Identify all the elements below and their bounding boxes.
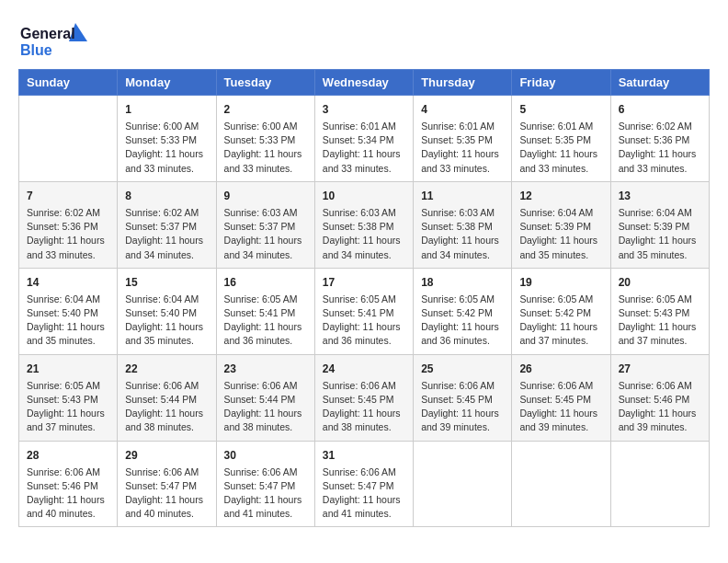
- day-cell: 24Sunrise: 6:06 AMSunset: 5:45 PMDayligh…: [314, 354, 413, 441]
- day-cell: [19, 96, 118, 182]
- day-info: Sunrise: 6:01 AMSunset: 5:35 PMDaylight:…: [421, 120, 504, 176]
- day-cell: 14Sunrise: 6:04 AMSunset: 5:40 PMDayligh…: [19, 268, 118, 354]
- day-cell: 21Sunrise: 6:05 AMSunset: 5:43 PMDayligh…: [19, 354, 118, 441]
- day-info: Sunrise: 6:06 AMSunset: 5:46 PMDaylight:…: [27, 465, 109, 522]
- svg-text:Blue: Blue: [20, 42, 52, 58]
- col-header-tuesday: Tuesday: [216, 70, 314, 96]
- day-info: Sunrise: 6:04 AMSunset: 5:39 PMDaylight:…: [619, 206, 701, 262]
- day-number: 18: [421, 274, 504, 291]
- day-cell: 20Sunrise: 6:05 AMSunset: 5:43 PMDayligh…: [610, 268, 709, 354]
- day-number: 5: [519, 101, 602, 118]
- day-cell: 11Sunrise: 6:03 AMSunset: 5:38 PMDayligh…: [414, 181, 512, 268]
- day-number: 20: [619, 274, 701, 291]
- logo: GeneralBlue: [18, 18, 92, 60]
- day-info: Sunrise: 6:00 AMSunset: 5:33 PMDaylight:…: [224, 120, 307, 176]
- day-info: Sunrise: 6:06 AMSunset: 5:46 PMDaylight:…: [619, 379, 701, 435]
- day-info: Sunrise: 6:05 AMSunset: 5:41 PMDaylight:…: [323, 293, 405, 349]
- day-number: 10: [323, 188, 405, 204]
- day-info: Sunrise: 6:03 AMSunset: 5:37 PMDaylight:…: [224, 206, 307, 262]
- day-number: 31: [323, 447, 405, 464]
- day-info: Sunrise: 6:05 AMSunset: 5:41 PMDaylight:…: [224, 293, 307, 349]
- day-cell: 2Sunrise: 6:00 AMSunset: 5:33 PMDaylight…: [216, 96, 314, 182]
- day-cell: 5Sunrise: 6:01 AMSunset: 5:35 PMDaylight…: [512, 96, 610, 182]
- day-cell: 15Sunrise: 6:04 AMSunset: 5:40 PMDayligh…: [118, 268, 216, 354]
- day-number: 25: [421, 361, 504, 377]
- day-number: 23: [224, 361, 307, 377]
- day-number: 7: [27, 188, 109, 204]
- col-header-thursday: Thursday: [414, 70, 512, 96]
- day-cell: 8Sunrise: 6:02 AMSunset: 5:37 PMDaylight…: [118, 181, 216, 268]
- day-number: 12: [519, 188, 602, 204]
- day-number: 8: [125, 188, 208, 204]
- day-cell: 25Sunrise: 6:06 AMSunset: 5:45 PMDayligh…: [414, 354, 512, 441]
- day-cell: 31Sunrise: 6:06 AMSunset: 5:47 PMDayligh…: [314, 441, 413, 527]
- day-cell: 18Sunrise: 6:05 AMSunset: 5:42 PMDayligh…: [414, 268, 512, 354]
- day-info: Sunrise: 6:02 AMSunset: 5:36 PMDaylight:…: [27, 206, 109, 262]
- day-number: 6: [619, 101, 701, 118]
- day-info: Sunrise: 6:05 AMSunset: 5:43 PMDaylight:…: [619, 293, 701, 349]
- week-row-1: 1Sunrise: 6:00 AMSunset: 5:33 PMDaylight…: [19, 96, 710, 182]
- day-number: 11: [421, 188, 504, 204]
- day-info: Sunrise: 6:01 AMSunset: 5:35 PMDaylight:…: [519, 120, 602, 176]
- col-header-saturday: Saturday: [610, 70, 709, 96]
- week-row-4: 21Sunrise: 6:05 AMSunset: 5:43 PMDayligh…: [19, 354, 710, 441]
- day-info: Sunrise: 6:06 AMSunset: 5:44 PMDaylight:…: [224, 379, 307, 435]
- header-row: SundayMondayTuesdayWednesdayThursdayFrid…: [19, 70, 710, 96]
- col-header-friday: Friday: [512, 70, 610, 96]
- calendar-table: SundayMondayTuesdayWednesdayThursdayFrid…: [18, 69, 710, 527]
- day-cell: 30Sunrise: 6:06 AMSunset: 5:47 PMDayligh…: [216, 441, 314, 527]
- day-number: 21: [27, 361, 109, 377]
- day-cell: 9Sunrise: 6:03 AMSunset: 5:37 PMDaylight…: [216, 181, 314, 268]
- day-info: Sunrise: 6:05 AMSunset: 5:42 PMDaylight:…: [519, 293, 602, 349]
- day-info: Sunrise: 6:06 AMSunset: 5:45 PMDaylight:…: [421, 379, 504, 435]
- day-info: Sunrise: 6:06 AMSunset: 5:44 PMDaylight:…: [125, 379, 208, 435]
- day-cell: 10Sunrise: 6:03 AMSunset: 5:38 PMDayligh…: [314, 181, 413, 268]
- day-number: 4: [421, 101, 504, 118]
- day-info: Sunrise: 6:04 AMSunset: 5:40 PMDaylight:…: [125, 293, 208, 349]
- col-header-wednesday: Wednesday: [314, 70, 413, 96]
- day-cell: 28Sunrise: 6:06 AMSunset: 5:46 PMDayligh…: [19, 441, 118, 527]
- day-number: 15: [125, 274, 208, 291]
- day-number: 3: [323, 101, 405, 118]
- svg-text:General: General: [20, 26, 75, 41]
- day-number: 17: [323, 274, 405, 291]
- day-cell: 7Sunrise: 6:02 AMSunset: 5:36 PMDaylight…: [19, 181, 118, 268]
- day-info: Sunrise: 6:02 AMSunset: 5:36 PMDaylight:…: [619, 120, 701, 176]
- day-cell: [610, 441, 709, 527]
- day-info: Sunrise: 6:06 AMSunset: 5:47 PMDaylight:…: [323, 465, 405, 522]
- day-cell: [512, 441, 610, 527]
- general-blue-logo: GeneralBlue: [18, 18, 92, 60]
- week-row-5: 28Sunrise: 6:06 AMSunset: 5:46 PMDayligh…: [19, 441, 710, 527]
- day-info: Sunrise: 6:00 AMSunset: 5:33 PMDaylight:…: [125, 120, 208, 176]
- week-row-2: 7Sunrise: 6:02 AMSunset: 5:36 PMDaylight…: [19, 181, 710, 268]
- day-info: Sunrise: 6:02 AMSunset: 5:37 PMDaylight:…: [125, 206, 208, 262]
- day-cell: 29Sunrise: 6:06 AMSunset: 5:47 PMDayligh…: [118, 441, 216, 527]
- day-number: 30: [224, 447, 307, 464]
- day-cell: 16Sunrise: 6:05 AMSunset: 5:41 PMDayligh…: [216, 268, 314, 354]
- col-header-sunday: Sunday: [19, 70, 118, 96]
- day-number: 1: [125, 101, 208, 118]
- day-number: 16: [224, 274, 307, 291]
- day-number: 14: [27, 274, 109, 291]
- day-cell: 23Sunrise: 6:06 AMSunset: 5:44 PMDayligh…: [216, 354, 314, 441]
- day-cell: 13Sunrise: 6:04 AMSunset: 5:39 PMDayligh…: [610, 181, 709, 268]
- day-cell: 22Sunrise: 6:06 AMSunset: 5:44 PMDayligh…: [118, 354, 216, 441]
- day-info: Sunrise: 6:06 AMSunset: 5:45 PMDaylight:…: [519, 379, 602, 435]
- day-info: Sunrise: 6:01 AMSunset: 5:34 PMDaylight:…: [323, 120, 405, 176]
- day-info: Sunrise: 6:03 AMSunset: 5:38 PMDaylight:…: [421, 206, 504, 262]
- day-cell: [414, 441, 512, 527]
- day-cell: 4Sunrise: 6:01 AMSunset: 5:35 PMDaylight…: [414, 96, 512, 182]
- page-header: GeneralBlue: [18, 18, 710, 60]
- day-info: Sunrise: 6:04 AMSunset: 5:39 PMDaylight:…: [519, 206, 602, 262]
- day-number: 26: [519, 361, 602, 377]
- day-cell: 1Sunrise: 6:00 AMSunset: 5:33 PMDaylight…: [118, 96, 216, 182]
- day-number: 13: [619, 188, 701, 204]
- day-number: 24: [323, 361, 405, 377]
- day-cell: 6Sunrise: 6:02 AMSunset: 5:36 PMDaylight…: [610, 96, 709, 182]
- day-number: 2: [224, 101, 307, 118]
- day-cell: 27Sunrise: 6:06 AMSunset: 5:46 PMDayligh…: [610, 354, 709, 441]
- col-header-monday: Monday: [118, 70, 216, 96]
- day-cell: 12Sunrise: 6:04 AMSunset: 5:39 PMDayligh…: [512, 181, 610, 268]
- day-number: 9: [224, 188, 307, 204]
- day-info: Sunrise: 6:05 AMSunset: 5:43 PMDaylight:…: [27, 379, 109, 435]
